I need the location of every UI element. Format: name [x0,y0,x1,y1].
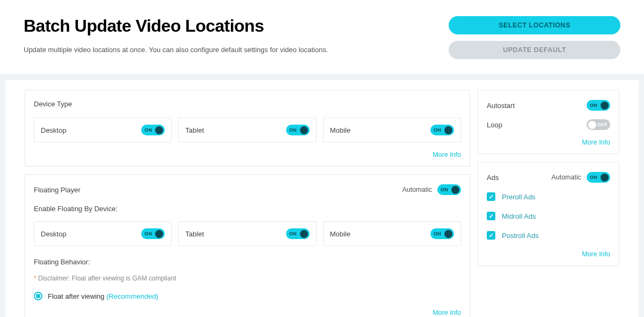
ads-automatic-label: Automatic [551,174,581,181]
toggle-knob-icon [155,230,163,238]
toggle-knob-icon [300,126,308,134]
device-tablet-label: Tablet [185,126,204,134]
loop-toggle[interactable]: OFF [587,119,610,130]
playback-panel: Autostart ON Loop OFF More Info [478,90,619,154]
loop-label: Loop [487,121,502,129]
ads-automatic-group: Automatic ON [551,172,610,183]
floating-desktop-label: Desktop [41,230,67,238]
toggle-knob-icon [601,102,609,110]
float-after-viewing-radio[interactable]: Float after viewing (Recommended) [34,292,461,300]
preroll-ads-label: Preroll Ads [502,193,536,201]
autostart-label: Autostart [487,102,515,110]
left-column: Device Type Desktop ON Tablet [25,90,470,317]
device-desktop-toggle[interactable]: ON [141,125,165,135]
radio-selected-icon [34,292,42,300]
header-text: Batch Update Video Locations Update mult… [24,16,438,54]
toggle-knob-icon [300,230,308,238]
checkbox-checked-icon: ✓ [487,212,495,220]
midroll-ads-checkbox[interactable]: ✓ Midroll Ads [487,212,610,220]
ads-automatic-toggle[interactable]: ON [587,172,610,183]
header-actions: SELECT LOCATIONS UPDATE DEFAULT [449,16,620,59]
toggle-knob-icon [451,186,459,194]
select-locations-button[interactable]: SELECT LOCATIONS [449,16,620,34]
device-mobile-box: Mobile ON [323,118,461,142]
floating-tablet-label: Tablet [185,230,204,238]
device-desktop-box: Desktop ON [34,118,172,142]
toggle-knob-icon [588,121,596,129]
floating-desktop-box: Desktop ON [34,221,172,246]
floating-player-panel: Floating Player Automatic ON Enable Floa… [25,174,470,317]
floating-disclaimer: * Disclaimer: Float after viewing is GAM… [34,275,461,282]
postroll-ads-label: Postroll Ads [502,232,539,240]
ads-more-info-link[interactable]: More Info [487,250,610,258]
device-type-panel: Device Type Desktop ON Tablet [25,90,470,167]
toggle-knob-icon [444,126,452,134]
toggle-knob-icon [155,126,163,134]
floating-desktop-toggle[interactable]: ON [141,228,165,239]
floating-more-info-link[interactable]: More Info [34,309,461,316]
ads-panel: Ads Automatic ON ✓ Preroll Ads [478,162,619,266]
playback-more-info-link[interactable]: More Info [487,139,610,146]
floating-mobile-box: Mobile ON [323,221,461,246]
right-column: Autostart ON Loop OFF More Info [478,90,619,317]
disclaimer-star-icon: * [34,275,38,282]
float-after-viewing-label: Float after viewing (Recommended) [48,292,158,300]
floating-automatic-toggle[interactable]: ON [437,184,461,195]
floating-behavior-title: Floating Behavior: [34,258,461,266]
device-type-title: Device Type [34,100,461,108]
device-desktop-label: Desktop [41,126,67,134]
preroll-ads-checkbox[interactable]: ✓ Preroll Ads [487,192,610,201]
toggle-knob-icon [601,174,609,182]
checkbox-checked-icon: ✓ [487,192,495,201]
device-mobile-toggle[interactable]: ON [430,125,454,135]
enable-floating-by-device-label: Enable Floating By Device: [34,205,461,213]
content-area: Device Type Desktop ON Tablet [5,80,639,317]
page-header: Batch Update Video Locations Update mult… [0,0,644,75]
floating-tablet-box: Tablet ON [178,221,316,246]
device-tablet-toggle[interactable]: ON [286,125,310,135]
autostart-toggle[interactable]: ON [587,100,610,111]
update-default-button[interactable]: UPDATE DEFAULT [449,41,620,59]
checkbox-checked-icon: ✓ [487,231,495,240]
postroll-ads-checkbox[interactable]: ✓ Postroll Ads [487,231,610,240]
page-title: Batch Update Video Locations [24,16,438,36]
floating-tablet-toggle[interactable]: ON [286,228,310,239]
floating-automatic-label: Automatic [402,186,432,193]
toggle-knob-icon [444,230,452,238]
midroll-ads-label: Midroll Ads [502,212,536,220]
floating-mobile-label: Mobile [330,230,350,238]
floating-mobile-toggle[interactable]: ON [430,228,454,239]
floating-player-title: Floating Player [34,186,80,194]
floating-automatic-group: Automatic ON [402,184,461,195]
page-subtitle: Update multiple video locations at once.… [24,46,438,54]
device-tablet-box: Tablet ON [178,118,316,142]
ads-title: Ads [487,174,499,182]
device-type-more-info-link[interactable]: More Info [34,151,461,158]
device-mobile-label: Mobile [330,126,350,134]
